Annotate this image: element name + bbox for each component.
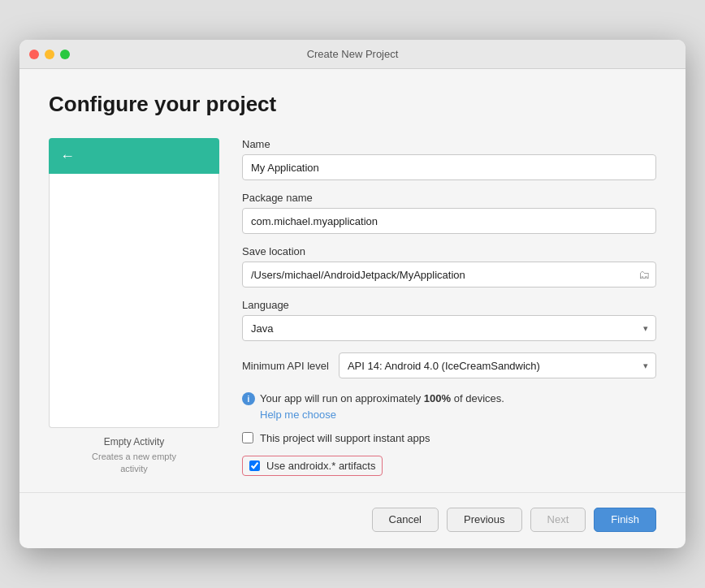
location-group: Save location 🗂	[242, 245, 656, 288]
left-panel: ← Empty Activity Creates a new emptyacti…	[49, 138, 219, 475]
androidx-highlighted-row: Use androidx.* artifacts	[242, 456, 383, 476]
cancel-button[interactable]: Cancel	[372, 508, 439, 532]
info-section: i Your app will run on approximately 100…	[242, 390, 656, 420]
finish-button[interactable]: Finish	[594, 508, 656, 532]
footer: Cancel Previous Next Finish	[19, 492, 686, 548]
api-select[interactable]: API 14: Android 4.0 (IceCreamSandwich) A…	[339, 352, 656, 378]
previous-button[interactable]: Previous	[447, 508, 522, 532]
name-group: Name	[242, 138, 656, 180]
name-label: Name	[242, 138, 656, 150]
main-window: Create New Project Configure your projec…	[19, 40, 686, 547]
traffic-lights	[29, 50, 70, 59]
api-select-wrapper: API 14: Android 4.0 (IceCreamSandwich) A…	[339, 352, 656, 378]
close-button[interactable]	[29, 50, 39, 59]
location-label: Save location	[242, 245, 656, 257]
androidx-checkbox[interactable]	[249, 460, 260, 471]
back-arrow-icon: ←	[60, 148, 75, 165]
content-area: Configure your project ← Empty Activity …	[19, 69, 686, 475]
location-input-wrapper: 🗂	[242, 262, 656, 288]
language-group: Language Java Kotlin ▾	[242, 299, 656, 341]
activity-label: Empty Activity	[49, 436, 219, 447]
info-text-post: of devices.	[451, 392, 504, 404]
activity-preview	[49, 174, 219, 427]
minimize-button[interactable]	[45, 50, 54, 59]
page-title: Configure your project	[49, 92, 656, 117]
androidx-label: Use androidx.* artifacts	[266, 460, 375, 472]
language-select[interactable]: Java Kotlin	[242, 315, 656, 341]
package-label: Package name	[242, 192, 656, 204]
instant-apps-row: This project will support instant apps	[242, 432, 656, 444]
activity-description: Creates a new emptyactivity	[49, 451, 219, 476]
package-group: Package name	[242, 192, 656, 234]
window-title: Create New Project	[307, 48, 399, 60]
info-percent: 100%	[424, 392, 451, 404]
activity-thumbnail: ←	[49, 138, 219, 174]
language-select-wrapper: Java Kotlin ▾	[242, 315, 656, 341]
info-text: Your app will run on approximately 100% …	[260, 391, 504, 406]
package-input[interactable]	[242, 208, 656, 234]
next-button[interactable]: Next	[530, 508, 586, 532]
info-row: i Your app will run on approximately 100…	[242, 391, 656, 406]
folder-icon[interactable]: 🗂	[638, 268, 650, 281]
maximize-button[interactable]	[60, 50, 70, 59]
instant-apps-checkbox[interactable]	[242, 432, 253, 443]
main-area: ← Empty Activity Creates a new emptyacti…	[49, 138, 656, 475]
name-input[interactable]	[242, 154, 656, 180]
instant-apps-label: This project will support instant apps	[260, 432, 430, 444]
api-label: Minimum API level	[242, 360, 329, 372]
info-icon: i	[242, 392, 255, 405]
right-panel: Name Package name Save location 🗂	[242, 138, 656, 475]
language-label: Language	[242, 299, 656, 311]
info-text-pre: Your app will run on approximately	[260, 392, 424, 404]
api-row: Minimum API level API 14: Android 4.0 (I…	[242, 352, 656, 378]
location-input[interactable]	[242, 262, 656, 288]
title-bar: Create New Project	[19, 40, 686, 69]
help-link[interactable]: Help me choose	[260, 409, 656, 421]
